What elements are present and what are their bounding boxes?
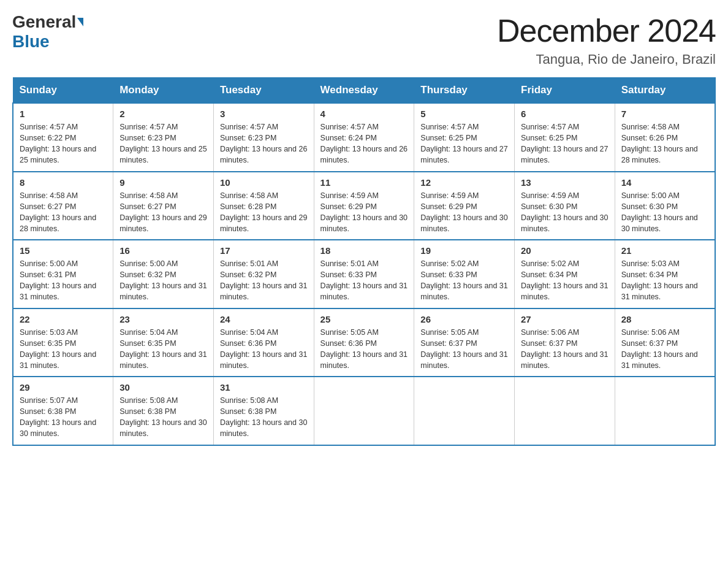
day-info: Sunrise: 4:58 AMSunset: 6:27 PMDaylight:…	[20, 191, 96, 233]
day-of-week-header: Thursday	[414, 78, 515, 104]
calendar-cell	[515, 377, 615, 445]
day-info: Sunrise: 5:07 AMSunset: 6:38 PMDaylight:…	[20, 396, 96, 438]
logo: General Blue	[12, 12, 83, 52]
day-number: 22	[20, 314, 107, 324]
day-info: Sunrise: 4:57 AMSunset: 6:25 PMDaylight:…	[521, 123, 608, 164]
day-info: Sunrise: 5:03 AMSunset: 6:34 PMDaylight:…	[621, 259, 698, 301]
location-title: Tangua, Rio de Janeiro, Brazil	[497, 52, 716, 67]
day-info: Sunrise: 5:04 AMSunset: 6:35 PMDaylight:…	[119, 328, 207, 370]
calendar-cell: 15Sunrise: 5:00 AMSunset: 6:31 PMDayligh…	[13, 240, 113, 308]
day-info: Sunrise: 4:57 AMSunset: 6:23 PMDaylight:…	[119, 123, 207, 164]
calendar-cell	[414, 377, 515, 445]
calendar-table: SundayMondayTuesdayWednesdayThursdayFrid…	[12, 77, 716, 446]
calendar-cell: 31Sunrise: 5:08 AMSunset: 6:38 PMDayligh…	[213, 377, 314, 445]
calendar-cell: 8Sunrise: 4:58 AMSunset: 6:27 PMDaylight…	[13, 172, 113, 240]
day-number: 2	[119, 109, 207, 119]
day-of-week-header: Monday	[113, 78, 214, 104]
day-info: Sunrise: 4:58 AMSunset: 6:26 PMDaylight:…	[621, 123, 698, 164]
calendar-week-row: 1Sunrise: 4:57 AMSunset: 6:22 PMDaylight…	[13, 103, 715, 172]
day-number: 18	[320, 245, 408, 256]
day-number: 7	[621, 109, 708, 119]
month-title: December 2024	[497, 12, 716, 49]
day-info: Sunrise: 4:59 AMSunset: 6:29 PMDaylight:…	[320, 191, 408, 233]
day-number: 9	[119, 177, 207, 188]
calendar-cell: 13Sunrise: 4:59 AMSunset: 6:30 PMDayligh…	[515, 172, 615, 240]
day-number: 19	[420, 245, 508, 256]
day-number: 11	[320, 177, 408, 188]
day-number: 25	[320, 314, 408, 324]
calendar-cell: 10Sunrise: 4:58 AMSunset: 6:28 PMDayligh…	[213, 172, 314, 240]
day-info: Sunrise: 4:57 AMSunset: 6:22 PMDaylight:…	[20, 123, 96, 164]
calendar-cell: 4Sunrise: 4:57 AMSunset: 6:24 PMDaylight…	[314, 103, 414, 172]
day-info: Sunrise: 5:08 AMSunset: 6:38 PMDaylight:…	[119, 396, 207, 438]
day-number: 10	[220, 177, 308, 188]
calendar-cell	[314, 377, 414, 445]
calendar-cell: 27Sunrise: 5:06 AMSunset: 6:37 PMDayligh…	[515, 308, 615, 377]
day-info: Sunrise: 5:06 AMSunset: 6:37 PMDaylight:…	[621, 328, 698, 370]
title-block: December 2024 Tangua, Rio de Janeiro, Br…	[497, 12, 716, 67]
day-number: 5	[420, 109, 508, 119]
day-info: Sunrise: 4:58 AMSunset: 6:28 PMDaylight:…	[220, 191, 307, 233]
day-info: Sunrise: 4:58 AMSunset: 6:27 PMDaylight:…	[119, 191, 207, 233]
day-info: Sunrise: 4:59 AMSunset: 6:30 PMDaylight:…	[521, 191, 608, 233]
day-number: 26	[420, 314, 508, 324]
day-number: 24	[220, 314, 308, 324]
day-number: 29	[20, 382, 107, 393]
day-of-week-header: Tuesday	[213, 78, 314, 104]
day-info: Sunrise: 5:06 AMSunset: 6:37 PMDaylight:…	[521, 328, 608, 370]
calendar-cell: 20Sunrise: 5:02 AMSunset: 6:34 PMDayligh…	[515, 240, 615, 308]
calendar-cell: 11Sunrise: 4:59 AMSunset: 6:29 PMDayligh…	[314, 172, 414, 240]
day-number: 12	[420, 177, 508, 188]
day-number: 30	[119, 382, 207, 393]
day-info: Sunrise: 5:02 AMSunset: 6:33 PMDaylight:…	[420, 259, 507, 301]
calendar-week-row: 8Sunrise: 4:58 AMSunset: 6:27 PMDaylight…	[13, 172, 715, 240]
day-of-week-header: Sunday	[13, 78, 113, 104]
day-info: Sunrise: 4:57 AMSunset: 6:23 PMDaylight:…	[220, 123, 307, 164]
calendar-cell: 26Sunrise: 5:05 AMSunset: 6:37 PMDayligh…	[414, 308, 515, 377]
calendar-cell: 3Sunrise: 4:57 AMSunset: 6:23 PMDaylight…	[213, 103, 314, 172]
calendar-cell: 7Sunrise: 4:58 AMSunset: 6:26 PMDaylight…	[615, 103, 715, 172]
day-info: Sunrise: 5:00 AMSunset: 6:32 PMDaylight:…	[119, 259, 207, 301]
day-number: 21	[621, 245, 708, 256]
calendar-cell: 6Sunrise: 4:57 AMSunset: 6:25 PMDaylight…	[515, 103, 615, 172]
day-of-week-header: Saturday	[615, 78, 715, 104]
day-info: Sunrise: 5:01 AMSunset: 6:33 PMDaylight:…	[320, 259, 408, 301]
day-info: Sunrise: 5:08 AMSunset: 6:38 PMDaylight:…	[220, 396, 307, 438]
day-info: Sunrise: 5:05 AMSunset: 6:37 PMDaylight:…	[420, 328, 507, 370]
day-info: Sunrise: 5:02 AMSunset: 6:34 PMDaylight:…	[521, 259, 608, 301]
day-number: 16	[119, 245, 207, 256]
calendar-cell: 30Sunrise: 5:08 AMSunset: 6:38 PMDayligh…	[113, 377, 214, 445]
calendar-cell: 14Sunrise: 5:00 AMSunset: 6:30 PMDayligh…	[615, 172, 715, 240]
day-number: 20	[521, 245, 609, 256]
calendar-cell: 21Sunrise: 5:03 AMSunset: 6:34 PMDayligh…	[615, 240, 715, 308]
day-number: 13	[521, 177, 609, 188]
day-number: 1	[20, 109, 107, 119]
page-header: General Blue December 2024 Tangua, Rio d…	[12, 12, 716, 67]
logo-triangle-icon	[77, 18, 83, 26]
calendar-week-row: 22Sunrise: 5:03 AMSunset: 6:35 PMDayligh…	[13, 308, 715, 377]
day-number: 15	[20, 245, 107, 256]
day-info: Sunrise: 4:57 AMSunset: 6:25 PMDaylight:…	[420, 123, 507, 164]
calendar-cell: 23Sunrise: 5:04 AMSunset: 6:35 PMDayligh…	[113, 308, 214, 377]
day-number: 23	[119, 314, 207, 324]
day-number: 31	[220, 382, 308, 393]
day-number: 17	[220, 245, 308, 256]
calendar-cell: 12Sunrise: 4:59 AMSunset: 6:29 PMDayligh…	[414, 172, 515, 240]
calendar-week-row: 29Sunrise: 5:07 AMSunset: 6:38 PMDayligh…	[13, 377, 715, 445]
calendar-header-row: SundayMondayTuesdayWednesdayThursdayFrid…	[13, 78, 715, 104]
calendar-cell: 17Sunrise: 5:01 AMSunset: 6:32 PMDayligh…	[213, 240, 314, 308]
calendar-cell: 16Sunrise: 5:00 AMSunset: 6:32 PMDayligh…	[113, 240, 214, 308]
day-of-week-header: Wednesday	[314, 78, 414, 104]
calendar-cell: 19Sunrise: 5:02 AMSunset: 6:33 PMDayligh…	[414, 240, 515, 308]
day-number: 14	[621, 177, 708, 188]
day-number: 3	[220, 109, 308, 119]
calendar-cell: 22Sunrise: 5:03 AMSunset: 6:35 PMDayligh…	[13, 308, 113, 377]
logo-blue-text: Blue	[12, 32, 50, 52]
calendar-cell: 25Sunrise: 5:05 AMSunset: 6:36 PMDayligh…	[314, 308, 414, 377]
calendar-cell: 1Sunrise: 4:57 AMSunset: 6:22 PMDaylight…	[13, 103, 113, 172]
day-number: 27	[521, 314, 609, 324]
calendar-cell: 29Sunrise: 5:07 AMSunset: 6:38 PMDayligh…	[13, 377, 113, 445]
day-number: 4	[320, 109, 408, 119]
calendar-week-row: 15Sunrise: 5:00 AMSunset: 6:31 PMDayligh…	[13, 240, 715, 308]
calendar-cell: 18Sunrise: 5:01 AMSunset: 6:33 PMDayligh…	[314, 240, 414, 308]
